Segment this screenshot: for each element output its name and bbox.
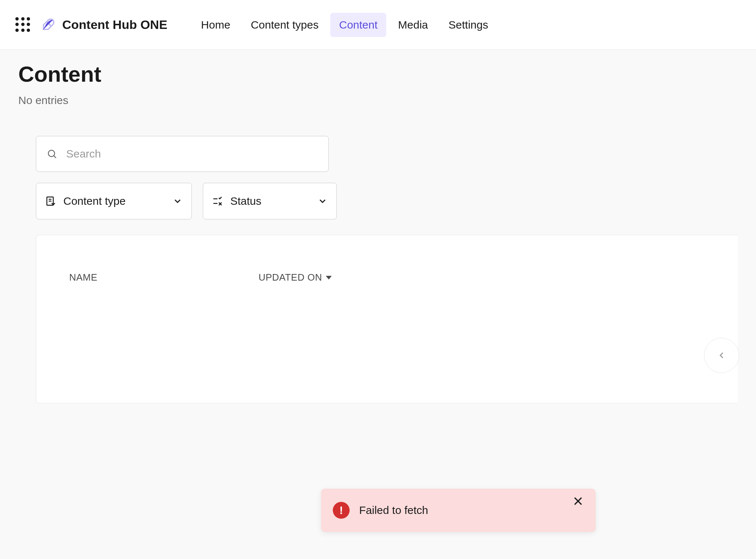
controls-row: Content type Status — [18, 136, 738, 219]
search-input[interactable] — [66, 148, 318, 160]
status-filter[interactable]: Status — [203, 183, 337, 219]
search-input-wrap[interactable] — [36, 136, 329, 172]
toast-message: Failed to fetch — [359, 504, 563, 517]
nav-content[interactable]: Content — [330, 13, 386, 37]
nav-content-types[interactable]: Content types — [242, 13, 327, 37]
table-col-name[interactable]: NAME — [69, 272, 97, 283]
main-nav: Home Content types Content Media Setting… — [192, 13, 497, 37]
close-icon[interactable] — [572, 495, 584, 507]
svg-line-1 — [54, 156, 56, 158]
chevron-down-icon — [172, 196, 183, 206]
content-type-filter-label: Content type — [63, 195, 165, 207]
chevron-down-icon — [317, 196, 328, 206]
page-body: Content No entries Content type — [0, 50, 756, 403]
svg-point-0 — [48, 150, 55, 156]
feather-icon — [40, 17, 56, 33]
table-col-updated-label: UPDATED ON — [258, 272, 322, 283]
sort-caret-icon — [326, 276, 332, 280]
app-header: Content Hub ONE Home Content types Conte… — [0, 0, 756, 50]
checklist-icon — [212, 196, 223, 207]
page-subtitle: No entries — [18, 94, 738, 107]
brand-logo[interactable]: Content Hub ONE — [40, 17, 167, 33]
brand-title: Content Hub ONE — [62, 18, 167, 32]
content-table: NAME UPDATED ON — [36, 235, 738, 403]
error-icon: ! — [333, 502, 350, 519]
chevron-left-icon — [716, 350, 727, 360]
error-toast: ! Failed to fetch — [321, 489, 596, 532]
collapse-panel-button[interactable] — [704, 338, 739, 373]
document-icon — [45, 196, 56, 207]
nav-settings[interactable]: Settings — [440, 13, 497, 37]
status-filter-label: Status — [230, 195, 310, 207]
nav-media[interactable]: Media — [389, 13, 437, 37]
nav-home[interactable]: Home — [192, 13, 239, 37]
app-launcher-icon[interactable] — [15, 17, 31, 33]
table-header-row: NAME UPDATED ON — [69, 272, 705, 283]
search-icon — [46, 148, 57, 160]
filters-row: Content type Status — [36, 183, 738, 219]
content-type-filter[interactable]: Content type — [36, 183, 192, 219]
page-title: Content — [18, 62, 738, 87]
table-col-name-label: NAME — [69, 272, 97, 283]
table-col-updated[interactable]: UPDATED ON — [258, 272, 332, 283]
